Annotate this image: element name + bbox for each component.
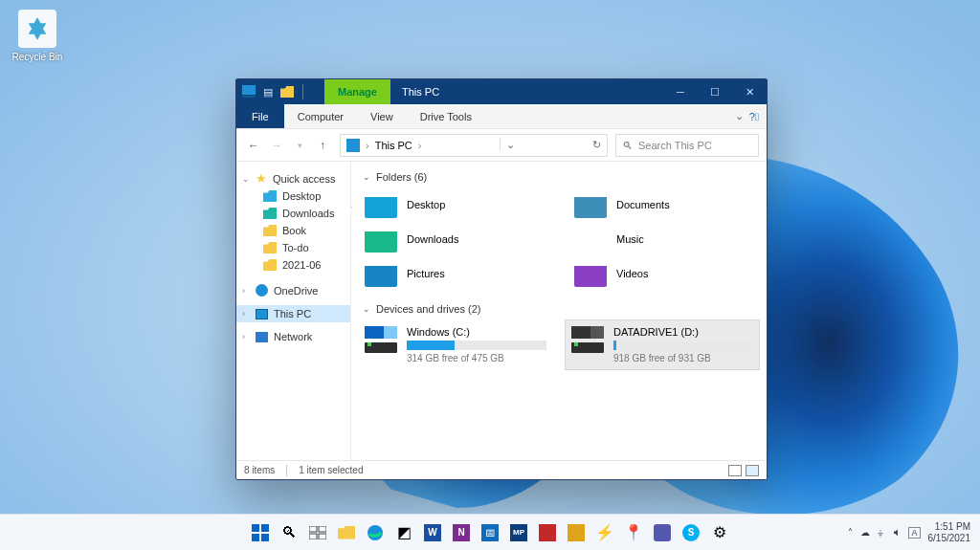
folder-icon <box>263 190 277 202</box>
folder-pictures[interactable]: Pictures <box>359 257 549 290</box>
folder-label: Downloads <box>407 233 458 245</box>
ribbon-tab-drive-tools[interactable]: Drive Tools <box>407 104 485 128</box>
onenote-button[interactable]: N <box>449 520 474 545</box>
nav-book[interactable]: Book <box>236 222 350 239</box>
nav-label: 2021-06 <box>282 259 321 271</box>
drive-name: DATADRIVE1 (D:) <box>613 326 753 338</box>
save-icon[interactable]: ▤ <box>261 85 275 99</box>
drive-icon <box>571 326 604 353</box>
app-button[interactable]: MP <box>506 520 531 545</box>
word-button[interactable]: W <box>420 520 445 545</box>
search-input[interactable]: 🔍︎ Search This PC <box>615 134 759 157</box>
recycle-bin[interactable]: Recycle Bin <box>10 10 65 62</box>
nav-quick-access-label: Quick access <box>273 173 335 185</box>
folder-music[interactable]: Music <box>568 223 759 255</box>
drive-c[interactable]: Windows (C:) 314 GB free of 475 GB <box>359 320 552 369</box>
folders-group-header[interactable]: ⌄Folders (6) <box>359 167 759 188</box>
chevron-right-icon: › <box>366 140 369 151</box>
ribbon-tab-view[interactable]: View <box>357 104 407 128</box>
titlebar-divider <box>302 84 316 99</box>
content-pane: ⌄Folders (6) ☁ Desktop Documents Downloa… <box>351 162 767 460</box>
clock-time: 1:51 PM <box>928 521 971 533</box>
folder-icon <box>574 226 607 253</box>
folder-label: Desktop <box>407 199 445 210</box>
network-tray-icon[interactable]: ⏚ <box>878 527 883 538</box>
drive-d[interactable]: DATADRIVE1 (D:) 918 GB free of 931 GB <box>566 320 759 369</box>
icons-view-button[interactable] <box>746 465 759 476</box>
chevron-right-icon: › <box>242 286 250 296</box>
folder-icon <box>574 260 607 287</box>
drive-name: Windows (C:) <box>407 326 546 338</box>
svg-rect-0 <box>242 85 256 95</box>
ribbon: File Computer View Drive Tools ⌄ ?⃝ <box>236 104 767 129</box>
start-button[interactable] <box>248 520 273 545</box>
ribbon-file[interactable]: File <box>236 104 284 128</box>
widgets-button[interactable]: ◩ <box>391 520 416 545</box>
system-tray[interactable]: ˄ ☁ ⏚ 🔈︎ A 1:51 PM 6/15/2021 <box>848 521 980 543</box>
breadcrumb[interactable]: › This PC › ⌄ ↻ <box>340 134 608 157</box>
nav-label: OneDrive <box>274 285 318 297</box>
nav-desktop[interactable]: Desktop <box>236 187 350 205</box>
tray-chevron-icon[interactable]: ˄ <box>848 527 853 538</box>
nav-downloads[interactable]: Downloads <box>236 205 350 222</box>
drive-usage-bar <box>407 341 546 350</box>
details-view-button[interactable] <box>728 465 742 476</box>
forward-button[interactable]: → <box>267 133 286 158</box>
app-button[interactable] <box>535 520 560 545</box>
folder-icon <box>365 260 397 287</box>
back-button[interactable]: ← <box>244 133 263 158</box>
close-button[interactable]: ✕ <box>732 79 767 104</box>
nav-onedrive[interactable]: ›OneDrive <box>236 281 350 299</box>
nav-network[interactable]: ›Network <box>236 328 350 345</box>
app-button[interactable] <box>564 520 589 545</box>
edge-button[interactable] <box>363 520 388 545</box>
minimize-button[interactable]: ─ <box>663 79 698 104</box>
drives-group-header[interactable]: ⌄Devices and drives (2) <box>359 299 759 320</box>
folder-icon <box>365 226 397 253</box>
svg-rect-9 <box>319 534 326 539</box>
input-tray-icon[interactable]: A <box>908 527 920 539</box>
settings-button[interactable]: ⚙ <box>707 520 732 545</box>
history-dropdown[interactable]: ▾ <box>290 133 309 158</box>
file-explorer-button[interactable] <box>334 520 359 545</box>
status-bar: 8 items 1 item selected <box>236 460 767 479</box>
nav-2021-06[interactable]: 2021-06 <box>236 256 350 274</box>
maximize-button[interactable]: ☐ <box>698 79 732 104</box>
nav-label: Network <box>274 331 312 342</box>
teams-button[interactable] <box>650 520 675 545</box>
refresh-button[interactable]: ↻ <box>592 139 601 151</box>
ribbon-expand[interactable]: ⌄ <box>729 110 749 122</box>
folder-icon <box>263 259 277 271</box>
onedrive-tray-icon[interactable]: ☁ <box>860 527 870 538</box>
nav-pane: ⌄ ★ Quick access Desktop Downloads Book … <box>236 162 351 460</box>
titlebar[interactable]: ▤ Manage This PC ─ ☐ ✕ <box>236 79 767 104</box>
folder-icon <box>263 225 277 236</box>
calendar-button[interactable]: 📅︎ <box>478 520 502 545</box>
volume-tray-icon[interactable]: 🔈︎ <box>891 527 901 538</box>
clock[interactable]: 1:51 PM 6/15/2021 <box>928 521 971 543</box>
pc-icon <box>242 85 256 99</box>
addr-dropdown[interactable]: ⌄ <box>500 139 515 151</box>
task-view-button[interactable] <box>305 520 330 545</box>
up-button[interactable]: ↑ <box>313 133 332 158</box>
folder-videos[interactable]: Videos <box>568 257 759 290</box>
nav-todo[interactable]: To-do <box>236 239 350 256</box>
breadcrumb-location[interactable]: This PC <box>375 140 412 151</box>
ribbon-tab-computer[interactable]: Computer <box>284 104 357 128</box>
nav-this-pc[interactable]: ›This PC <box>236 305 350 322</box>
manage-tab[interactable]: Manage <box>324 79 390 104</box>
help-icon[interactable]: ?⃝ <box>749 111 767 122</box>
folder-icon[interactable] <box>280 86 294 98</box>
pc-icon <box>346 139 360 152</box>
search-button[interactable]: 🔍︎ <box>277 520 301 545</box>
folder-downloads[interactable]: Downloads <box>359 223 549 255</box>
app-button[interactable]: 📍 <box>621 520 646 545</box>
chevron-down-icon: ⌄ <box>242 174 250 184</box>
nav-quick-access[interactable]: ⌄ ★ Quick access <box>236 169 350 187</box>
folder-documents[interactable]: Documents <box>568 188 759 221</box>
pc-icon <box>256 309 268 319</box>
skype-button[interactable]: S <box>679 520 703 545</box>
folder-desktop[interactable]: ☁ Desktop <box>359 188 549 221</box>
chevron-right-icon: › <box>242 309 250 319</box>
app-button[interactable]: ⚡ <box>592 520 617 545</box>
